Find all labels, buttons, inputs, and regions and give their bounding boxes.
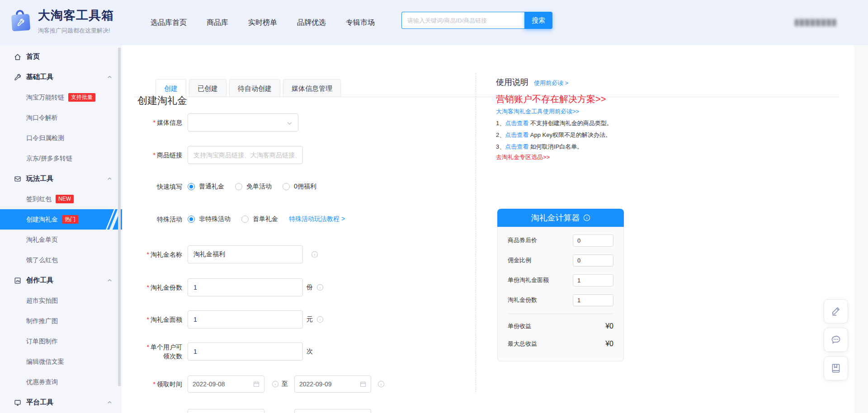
chevron-up-icon[interactable] <box>107 176 112 181</box>
search-button[interactable]: 搜索 <box>524 12 552 29</box>
user-account-blurred[interactable] <box>795 19 836 26</box>
sidebar-item-label: 基础工具 <box>26 73 53 81</box>
radio-unchecked-icon <box>283 183 290 190</box>
taolijin-amount-input[interactable] <box>188 310 303 329</box>
nav-item-selection-library[interactable]: 选品库首页 <box>151 18 187 28</box>
click-to-view-link[interactable]: 点击查看 <box>505 131 528 138</box>
logo[interactable]: 大淘客工具箱 淘客推广问题都在这里解决! <box>12 7 114 35</box>
sidebar-item-supermarket-photo[interactable]: 超市实拍图 <box>0 291 122 311</box>
use-end-date-picker[interactable]: 2022-09-09 <box>294 409 371 413</box>
search-input[interactable] <box>401 12 524 29</box>
form-row-receive-time: *领取时间 2022-09-08 至 2022-09-09 <box>134 375 473 393</box>
unit-label: 元 <box>307 315 313 324</box>
info-icon[interactable] <box>377 380 385 388</box>
sidebar-item-jd-pdd-link[interactable]: 京东/拼多多转链 <box>0 148 122 169</box>
per-user-limit-label: 单个用户可 <box>151 343 182 351</box>
sidebar-item-taolijin-page[interactable]: 淘礼金单页 <box>0 230 122 250</box>
media-info-label: 媒体信息 <box>157 119 182 126</box>
sidebar-item-basic-tools[interactable]: 基础工具 <box>0 67 122 87</box>
form-row-taolijin-amount: *淘礼金面额 元 <box>134 310 473 329</box>
click-to-view-link[interactable]: 点击查看 <box>505 120 528 127</box>
product-link-input[interactable] <box>188 146 303 164</box>
mail-icon <box>14 175 22 183</box>
taolijin-zone-link[interactable]: 去淘礼金专区选品>> <box>496 153 641 162</box>
form-row-taolijin-count: *淘礼金份数 份 <box>134 278 473 296</box>
info-icon[interactable] <box>316 316 324 323</box>
calc-row-unit-amount: 单份淘礼金面额 <box>508 274 613 286</box>
click-to-view-link[interactable]: 点击查看 <box>505 143 528 150</box>
info-icon[interactable] <box>583 214 590 221</box>
sidebar-item-promo-image[interactable]: 制作推广图 <box>0 311 122 331</box>
sidebar-scrollbar[interactable] <box>118 47 121 386</box>
use-start-date-picker[interactable]: 2022-09-08 <box>188 409 264 413</box>
chat-bubble-icon <box>830 334 842 346</box>
tool-guide-link[interactable]: 大淘客淘礼金工具使用前必读>> <box>496 107 641 116</box>
header-nav: 选品库首页 商品库 实时榜单 品牌优选 专辑市场 <box>151 0 375 45</box>
radio-non-special[interactable]: 非特殊活动 <box>188 215 231 223</box>
taolijin-count-label: 淘礼金份数 <box>151 284 182 291</box>
taolijin-amount-label: 淘礼金面额 <box>151 316 182 323</box>
calc-row-commission-rate: 佣金比例 <box>508 254 613 267</box>
docs-button[interactable] <box>824 356 848 380</box>
help-title: 使用说明 <box>496 77 528 88</box>
calc-count-input[interactable] <box>573 294 613 306</box>
nav-item-product-library[interactable]: 商品库 <box>207 18 228 28</box>
sidebar-item-order-image[interactable]: 订单图制作 <box>0 331 122 352</box>
sidebar-item-wechat-copywriting[interactable]: 编辑微信文案 <box>0 352 122 372</box>
badge-hot: 热门 <box>62 215 78 224</box>
chevron-up-icon[interactable] <box>107 75 112 80</box>
info-icon[interactable] <box>311 251 318 258</box>
taolijin-count-input[interactable] <box>188 278 303 296</box>
app-title: 大淘客工具箱 <box>38 7 114 23</box>
nav-item-brand-selection[interactable]: 品牌优选 <box>297 18 326 28</box>
info-icon[interactable] <box>316 284 324 291</box>
radio-normal-lijin[interactable]: 普通礼金 <box>188 183 224 191</box>
radio-free-order-activity[interactable]: 免单活动 <box>235 183 272 191</box>
calendar-icon <box>253 381 259 387</box>
radio-first-order-lijin[interactable]: 首单礼金 <box>241 215 278 223</box>
form-row-product-link: *商品链接 <box>134 146 473 164</box>
chevron-up-icon[interactable] <box>107 400 112 405</box>
calc-coupon-price-input[interactable] <box>573 235 613 247</box>
app-subtitle: 淘客推广问题都在这里解决! <box>38 27 114 35</box>
sidebar-item-taokouling-parse[interactable]: 淘口令解析 <box>0 108 122 128</box>
sidebar-item-platform-tools[interactable]: 平台工具 <box>0 392 122 413</box>
nav-item-album-market[interactable]: 专辑市场 <box>346 18 375 28</box>
feedback-edit-button[interactable] <box>824 299 848 324</box>
chevron-down-icon <box>287 120 292 126</box>
must-read-link[interactable]: 使用前必读 > <box>534 79 568 87</box>
sidebar-item-play-tools[interactable]: 玩法工具 <box>0 169 122 189</box>
taolijin-name-input[interactable] <box>188 245 303 263</box>
chat-button[interactable] <box>824 328 848 352</box>
unit-label: 次 <box>307 347 313 356</box>
sidebar-item-create-taolijin[interactable]: 创建淘礼金 热门 <box>0 209 122 230</box>
sidebar-item-creation-tools[interactable]: 创作工具 <box>0 270 122 291</box>
per-user-limit-input[interactable] <box>188 343 303 361</box>
book-icon <box>830 362 842 374</box>
sidebar-item-home[interactable]: 首页 <box>0 47 122 67</box>
radio-unchecked-icon <box>235 183 242 190</box>
usage-instructions-panel: 使用说明 使用前必读 > 营销账户不存在解决方案>> 大淘客淘礼金工具使用前必读… <box>496 75 641 361</box>
logo-bag-icon <box>12 10 32 31</box>
calc-unit-amount-input[interactable] <box>573 274 613 286</box>
sidebar-item-eleme-redpacket[interactable]: 饿了么红包 <box>0 250 122 270</box>
calc-commission-rate-input[interactable] <box>573 254 613 267</box>
sidebar-item-coupon-query[interactable]: 优惠券查询 <box>0 372 122 392</box>
special-activity-tutorial-link[interactable]: 特殊活动玩法教程 > <box>289 215 345 223</box>
sidebar-item-kouling-ownership-check[interactable]: 口令归属检测 <box>0 128 122 148</box>
sidebar-item-taobao-universal-link[interactable]: 淘宝万能转链 支持批量 <box>0 87 122 108</box>
taolijin-calculator: 淘礼金计算器 商品券后价 佣金比例 单份淘礼金面额 <box>497 209 624 361</box>
info-icon[interactable] <box>272 380 279 388</box>
media-info-select[interactable] <box>188 113 298 131</box>
sidebar-item-checkin-redpacket[interactable]: 签到红包 NEW <box>0 189 122 209</box>
help-item-3: 3、点击查看 如何取消IP白名单。 <box>496 142 641 151</box>
badge-new: NEW <box>56 195 74 203</box>
form-row-quick-fill: 快速填写 普通礼金 免单活动 0佣福利 <box>134 181 473 192</box>
marketing-account-alert-link[interactable]: 营销账户不存在解决方案>> <box>496 93 641 105</box>
chevron-up-icon[interactable] <box>107 278 112 283</box>
radio-checked-icon <box>188 216 195 223</box>
receive-start-date-picker[interactable]: 2022-09-08 <box>188 375 264 393</box>
receive-end-date-picker[interactable]: 2022-09-09 <box>294 375 371 393</box>
nav-item-realtime-ranking[interactable]: 实时榜单 <box>248 18 277 28</box>
radio-zero-commission-welfare[interactable]: 0佣福利 <box>283 183 316 191</box>
